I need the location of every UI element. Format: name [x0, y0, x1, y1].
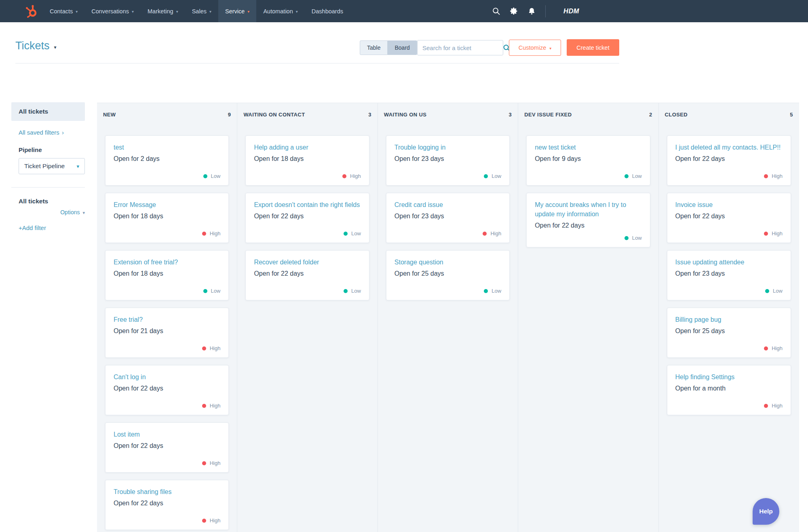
- chevron-right-icon: ›: [62, 129, 64, 136]
- ticket-priority: Low: [114, 168, 220, 179]
- ticket-card[interactable]: Billing page bugOpen for 25 daysHigh: [667, 308, 791, 358]
- chevron-down-icon: ▾: [176, 8, 178, 14]
- nav-item-contacts[interactable]: Contacts▾: [43, 0, 84, 22]
- ticket-title-link[interactable]: Help finding Settings: [675, 372, 783, 382]
- table-view-button[interactable]: Table: [360, 40, 388, 55]
- nav-item-dashboards[interactable]: Dashboards: [305, 0, 350, 22]
- nav-item-conversations[interactable]: Conversations▾: [84, 0, 141, 22]
- column-count: 9: [228, 112, 231, 118]
- ticket-card[interactable]: My account breaks when I try to update m…: [526, 193, 650, 247]
- ticket-card[interactable]: Error MessageOpen for 18 daysHigh: [105, 193, 229, 243]
- column-name: DEV ISSUE FIXED: [524, 112, 572, 118]
- board-view-button[interactable]: Board: [388, 40, 417, 55]
- ticket-priority: High: [254, 168, 361, 179]
- ticket-open-duration: Open for 18 days: [114, 269, 220, 278]
- hubspot-logo-icon[interactable]: [24, 4, 38, 18]
- ticket-open-duration: Open for 9 days: [535, 154, 641, 163]
- board-column-waiting-on-contact: WAITING ON CONTACT3Help adding a userOpe…: [237, 103, 378, 532]
- nav-item-sales[interactable]: Sales▾: [185, 0, 218, 22]
- board: NEW9testOpen for 2 daysLowError MessageO…: [97, 103, 799, 532]
- ticket-card[interactable]: Extension of free trial?Open for 18 days…: [105, 250, 229, 300]
- ticket-card[interactable]: I just deleted all my contacts. HELP!!Op…: [667, 135, 791, 186]
- sidebar-item-all-tickets[interactable]: All tickets: [11, 102, 85, 121]
- ticket-title-link[interactable]: Extension of free trial?: [114, 258, 220, 267]
- ticket-title-link[interactable]: Help adding a user: [254, 143, 361, 152]
- ticket-card[interactable]: Trouble logging inOpen for 23 daysLow: [386, 135, 510, 186]
- ticket-title-link[interactable]: Free trial?: [114, 315, 220, 324]
- priority-label: High: [210, 460, 221, 466]
- search-icon[interactable]: [487, 0, 505, 22]
- ticket-title-link[interactable]: I just deleted all my contacts. HELP!!: [675, 143, 783, 152]
- nav-item-marketing[interactable]: Marketing▾: [141, 0, 185, 22]
- ticket-title-link[interactable]: test: [114, 143, 220, 152]
- ticket-card[interactable]: Help finding SettingsOpen for a monthHig…: [667, 365, 791, 415]
- all-saved-filters-link[interactable]: All saved filters ›: [19, 129, 85, 136]
- priority-dot: [342, 174, 346, 178]
- ticket-search-input[interactable]: [418, 44, 503, 51]
- column-cards: Help adding a userOpen for 18 daysHighEx…: [237, 126, 377, 300]
- ticket-title-link[interactable]: Storage question: [395, 258, 501, 267]
- customize-button[interactable]: Customize ▾: [509, 40, 561, 56]
- priority-dot: [344, 232, 348, 236]
- create-ticket-button[interactable]: Create ticket: [567, 39, 619, 56]
- column-header-dev-issue-fixed: DEV ISSUE FIXED2: [518, 103, 658, 126]
- ticket-card[interactable]: Invoice issueOpen for 22 daysHigh: [667, 193, 791, 243]
- pipeline-label: Pipeline: [19, 146, 85, 153]
- column-cards: I just deleted all my contacts. HELP!!Op…: [659, 126, 799, 415]
- customize-label: Customize: [519, 44, 546, 51]
- page-title[interactable]: Tickets ▾: [15, 40, 57, 52]
- column-cards: Trouble logging inOpen for 23 daysLowCre…: [378, 126, 518, 300]
- pipeline-select[interactable]: Ticket Pipeline ▾: [19, 158, 85, 174]
- priority-label: Low: [211, 173, 221, 179]
- ticket-title-link[interactable]: Export doesn't contain the right fields: [254, 200, 361, 209]
- column-cards: new test ticketOpen for 9 daysLowMy acco…: [518, 126, 658, 247]
- account-name[interactable]: HDM: [563, 7, 579, 15]
- ticket-title-link[interactable]: Trouble logging in: [395, 143, 501, 152]
- add-filter-button[interactable]: +Add filter: [19, 224, 85, 231]
- ticket-title-link[interactable]: Can't log in: [114, 372, 220, 382]
- ticket-card[interactable]: Help adding a userOpen for 18 daysHigh: [245, 135, 369, 186]
- ticket-title-link[interactable]: Credit card issue: [395, 200, 501, 209]
- ticket-title-link[interactable]: Trouble sharing files: [114, 487, 220, 496]
- ticket-card[interactable]: Can't log inOpen for 22 daysHigh: [105, 365, 229, 415]
- ticket-title-link[interactable]: Lost item: [114, 430, 220, 439]
- ticket-card[interactable]: Storage questionOpen for 25 daysLow: [386, 250, 510, 300]
- priority-label: High: [210, 403, 221, 409]
- ticket-card[interactable]: Free trial?Open for 21 daysHigh: [105, 308, 229, 358]
- ticket-title-link[interactable]: new test ticket: [535, 143, 641, 152]
- priority-label: High: [350, 173, 361, 179]
- bell-icon[interactable]: [523, 0, 540, 22]
- column-name: CLOSED: [665, 112, 688, 118]
- nav-item-label: Dashboards: [312, 8, 343, 15]
- priority-dot: [203, 289, 207, 293]
- ticket-priority: Low: [395, 168, 501, 179]
- priority-label: High: [210, 345, 221, 351]
- ticket-title-link[interactable]: Error Message: [114, 200, 220, 209]
- ticket-title-link[interactable]: Invoice issue: [675, 200, 783, 209]
- ticket-title-link[interactable]: Recover deleted folder: [254, 258, 361, 267]
- options-dropdown[interactable]: Options ▾: [11, 209, 85, 215]
- ticket-card[interactable]: new test ticketOpen for 9 daysLow: [526, 135, 650, 186]
- ticket-card[interactable]: Issue updating attendeeOpen for 23 daysL…: [667, 250, 791, 300]
- ticket-title-link[interactable]: Billing page bug: [675, 315, 783, 324]
- priority-dot: [202, 404, 206, 408]
- help-button[interactable]: Help: [753, 498, 779, 525]
- ticket-card[interactable]: Credit card issueOpen for 23 daysHigh: [386, 193, 510, 243]
- ticket-card[interactable]: Recover deleted folderOpen for 22 daysLo…: [245, 250, 369, 300]
- board-column-dev-issue-fixed: DEV ISSUE FIXED2new test ticketOpen for …: [518, 103, 658, 532]
- ticket-open-duration: Open for 23 days: [395, 154, 501, 163]
- ticket-title-link[interactable]: Issue updating attendee: [675, 258, 783, 267]
- ticket-title-link[interactable]: My account breaks when I try to update m…: [535, 200, 641, 219]
- ticket-card[interactable]: Trouble sharing filesOpen for 22 daysHig…: [105, 480, 229, 530]
- nav-item-label: Sales: [192, 8, 207, 15]
- nav-item-service[interactable]: Service▾: [218, 0, 256, 22]
- caret-down-icon: ▾: [76, 163, 79, 169]
- nav-item-automation[interactable]: Automation▾: [256, 0, 304, 22]
- gear-icon[interactable]: [505, 0, 523, 22]
- ticket-card[interactable]: testOpen for 2 daysLow: [105, 135, 229, 186]
- ticket-priority: Low: [675, 283, 783, 294]
- ticket-card[interactable]: Export doesn't contain the right fieldsO…: [245, 193, 369, 243]
- priority-dot: [344, 289, 348, 293]
- ticket-card[interactable]: Lost itemOpen for 22 daysHigh: [105, 422, 229, 473]
- view-toggle: Table Board: [360, 40, 417, 55]
